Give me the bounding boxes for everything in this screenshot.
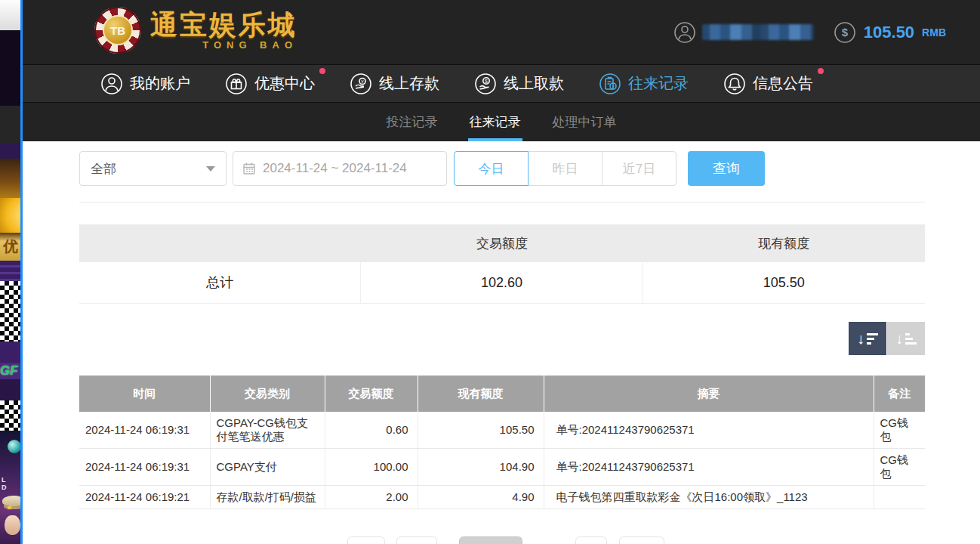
tab-label: 投注记录 xyxy=(387,113,438,131)
summary-header-balance: 现有额度 xyxy=(643,224,925,262)
nav-label: 我的账户 xyxy=(130,73,190,94)
quick-range-last7days[interactable]: 近7日 xyxy=(602,151,676,186)
pagination-button[interactable] xyxy=(619,536,664,544)
site-title: 通宝娱乐城 xyxy=(150,11,297,39)
pagination-button[interactable] xyxy=(575,536,607,544)
cell-amount: 100.00 xyxy=(325,449,418,486)
site-subtitle: TONG BAO xyxy=(202,39,297,51)
quick-range-yesterday[interactable]: 昨日 xyxy=(528,151,602,186)
record-tabs: 投注记录 往来记录 处理中订单 xyxy=(23,103,980,141)
nav-item-transaction-records[interactable]: 往来记录 xyxy=(599,73,689,95)
cell-balance: 4.90 xyxy=(418,486,544,509)
arrow-down-icon: ↓ xyxy=(895,331,903,346)
nav-label: 线上取款 xyxy=(504,73,564,94)
table-row: 2024-11-24 06:19:31 CGPAY支付 100.00 104.9… xyxy=(79,449,925,486)
dollar-coin-icon: $ xyxy=(834,21,856,44)
tab-betting-records[interactable]: 投注记录 xyxy=(385,103,439,141)
poker-chip-logo-icon: TB xyxy=(94,7,141,54)
cell-summary: 单号:202411243790625371 xyxy=(544,412,874,449)
background-window-strip: 优 GF L D ★ xyxy=(0,0,20,544)
svg-text:¥: ¥ xyxy=(361,79,364,84)
summary-balance-total: 105.50 xyxy=(643,262,925,303)
user-profile[interactable] xyxy=(673,21,814,44)
col-header-note: 备注 xyxy=(874,376,925,412)
cell-note: CG钱包 xyxy=(874,449,925,486)
main-content: 全部 2024-11-24 ~ 2024-11-24 今日 昨日 近7日 查询 … xyxy=(23,141,980,544)
user-avatar-icon xyxy=(673,21,696,44)
nav-item-announcements[interactable]: 信息公告 xyxy=(723,73,813,95)
character-art xyxy=(5,515,20,535)
type-filter-select[interactable]: 全部 xyxy=(79,151,227,186)
nav-item-my-account[interactable]: 我的账户 xyxy=(100,73,190,95)
tab-label: 往来记录 xyxy=(470,113,521,131)
nav-label: 优惠中心 xyxy=(254,73,315,94)
search-button[interactable]: 查询 xyxy=(688,151,765,186)
date-range-value: 2024-11-24 ~ 2024-11-24 xyxy=(263,161,407,176)
background-purple-band xyxy=(0,144,20,159)
background-purple-band xyxy=(0,379,20,400)
chevron-down-icon xyxy=(206,166,215,172)
col-header-amount: 交易额度 xyxy=(325,376,418,412)
balance-display[interactable]: $ 105.50 RMB xyxy=(834,21,946,44)
user-icon xyxy=(100,73,123,95)
tab-pending-orders[interactable]: 处理中订单 xyxy=(551,103,618,141)
col-header-balance: 现有额度 xyxy=(418,376,544,412)
cell-type: CGPAY支付 xyxy=(210,449,325,486)
pagination-button-current[interactable] xyxy=(459,536,522,544)
gift-icon xyxy=(225,73,248,95)
background-top-band xyxy=(0,0,20,30)
nav-item-promotions[interactable]: 优惠中心 xyxy=(225,73,315,95)
cell-summary: 单号:202411243790625371 xyxy=(544,449,874,486)
summary-transaction-total: 102.60 xyxy=(361,262,643,303)
date-range-picker[interactable]: 2024-11-24 ~ 2024-11-24 xyxy=(233,151,447,186)
balance-currency: RMB xyxy=(922,26,946,39)
primary-nav: 我的账户 优惠中心 ¥ 线上存款 xyxy=(23,64,980,103)
game-art-text: L D xyxy=(2,476,20,491)
pagination-button[interactable] xyxy=(396,536,437,544)
col-header-summary: 摘要 xyxy=(544,376,874,412)
quick-range-today[interactable]: 今日 xyxy=(454,151,529,186)
cell-amount: 2.00 xyxy=(325,486,418,509)
divider xyxy=(79,202,925,202)
table-row: 2024-11-24 06:19:21 存款/取款/打码/损益 2.00 4.9… xyxy=(79,486,925,509)
background-dark-band xyxy=(0,30,20,106)
nav-item-online-withdraw[interactable]: $ 线上取款 xyxy=(474,73,564,95)
qr-caption-text: GF xyxy=(0,363,20,379)
calendar-icon xyxy=(242,162,256,175)
cell-balance: 105.50 xyxy=(418,412,544,449)
col-header-time: 时间 xyxy=(79,376,210,412)
col-header-type: 交易类别 xyxy=(210,376,325,412)
summary-total-row: 总计 102.60 105.50 xyxy=(79,262,925,304)
summary-total-label: 总计 xyxy=(79,262,361,303)
nav-label: 信息公告 xyxy=(753,73,813,94)
summary-header-empty xyxy=(79,224,361,262)
cell-time: 2024-11-24 06:19:31 xyxy=(79,412,210,449)
background-stripe-band xyxy=(0,261,20,281)
summary-header-row: 交易额度 现有额度 xyxy=(79,224,925,262)
background-gray-band xyxy=(0,106,20,144)
cell-time: 2024-11-24 06:19:31 xyxy=(79,449,210,486)
username-redacted xyxy=(702,24,814,40)
summary-header-transaction: 交易额度 xyxy=(361,224,643,262)
cell-time: 2024-11-24 06:19:21 xyxy=(79,486,210,509)
tab-transaction-records[interactable]: 往来记录 xyxy=(468,103,522,141)
pagination-button[interactable] xyxy=(347,536,385,544)
coin-banner-art xyxy=(0,159,20,198)
bell-icon xyxy=(723,73,746,95)
nav-item-online-deposit[interactable]: ¥ 线上存款 xyxy=(350,73,439,95)
game-art-banner: L D ★ xyxy=(0,431,20,544)
sort-desc-bars-icon xyxy=(867,333,878,345)
sort-ascending-button[interactable]: ↓ xyxy=(887,322,925,355)
qr-code xyxy=(0,400,20,431)
nav-label: 线上存款 xyxy=(379,73,439,94)
summary-table: 交易额度 现有额度 总计 102.60 105.50 xyxy=(79,224,925,304)
type-filter-value: 全部 xyxy=(91,160,116,178)
svg-text:$: $ xyxy=(485,78,488,83)
sort-descending-button[interactable]: ↓ xyxy=(849,322,886,355)
cell-type: 存款/取款/打码/损益 xyxy=(210,486,325,509)
svg-text:$: $ xyxy=(842,26,849,39)
balance-amount: 105.50 xyxy=(864,23,914,42)
site-logo[interactable]: TB 通宝娱乐城 TONG BAO xyxy=(94,7,297,54)
cell-amount: 0.60 xyxy=(325,412,418,449)
site-header: TB 通宝娱乐城 TONG BAO xyxy=(23,0,980,64)
